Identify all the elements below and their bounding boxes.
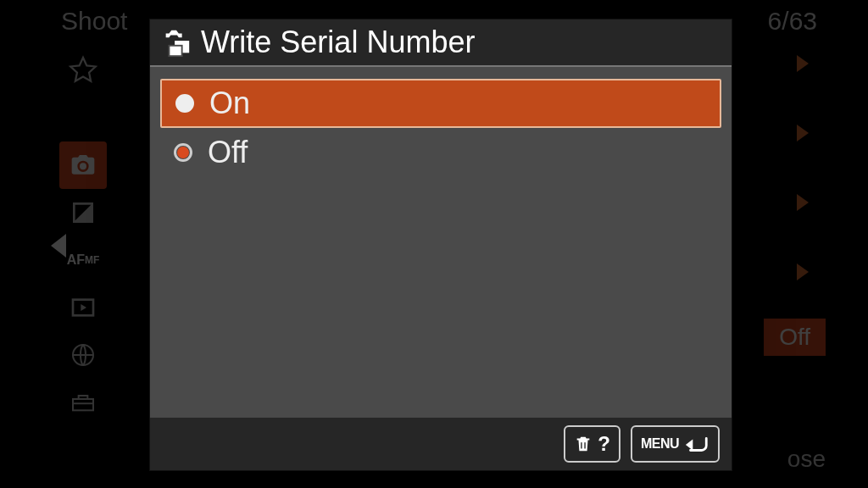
bg-page-counter: 6/63 (768, 7, 817, 36)
radio-off-icon (174, 143, 192, 162)
dialog-write-serial-number: Write Serial Number On Off ? MENU (149, 19, 732, 471)
camera-settings-icon (160, 26, 192, 58)
bg-value-off: Off (764, 319, 826, 356)
dialog-body: On Off (150, 67, 732, 177)
menu-back-button[interactable]: MENU (631, 425, 720, 463)
playback-icon (59, 284, 107, 331)
af-mf-icon: AFMF (59, 236, 107, 284)
svg-rect-6 (581, 442, 581, 448)
option-on[interactable]: On (160, 79, 721, 128)
delete-help-button[interactable]: ? (564, 425, 620, 463)
radio-on-icon (175, 94, 194, 113)
option-label: Off (208, 135, 248, 170)
sidebar-blank-icon (59, 94, 107, 141)
chevron-right-icon (797, 194, 809, 211)
star-icon (59, 47, 107, 94)
chevron-right-icon (797, 263, 809, 280)
dialog-title: Write Serial Number (201, 25, 475, 60)
bg-close-text-fragment: ose (787, 446, 826, 473)
option-label: On (209, 86, 250, 121)
menu-label: MENU (641, 436, 679, 452)
bg-sidebar: AFMF (59, 47, 110, 426)
globe-icon (59, 331, 107, 379)
exposure-icon (59, 189, 107, 236)
svg-rect-2 (73, 399, 93, 410)
chevron-right-icon (797, 125, 809, 141)
nav-left-arrow-icon (51, 234, 66, 258)
radio-fill-icon (177, 147, 189, 158)
camera-icon (59, 141, 107, 189)
bg-breadcrumb-text: Shoot (61, 7, 127, 36)
dialog-footer: ? MENU (150, 418, 732, 470)
back-icon (684, 433, 709, 455)
dialog-header: Write Serial Number (150, 19, 732, 67)
svg-rect-5 (170, 47, 181, 55)
svg-rect-7 (585, 442, 586, 448)
chevron-right-icon (797, 55, 809, 72)
help-symbol: ? (598, 432, 610, 456)
option-off[interactable]: Off (160, 128, 721, 177)
toolbox-icon (59, 379, 107, 426)
trash-icon (574, 434, 593, 454)
